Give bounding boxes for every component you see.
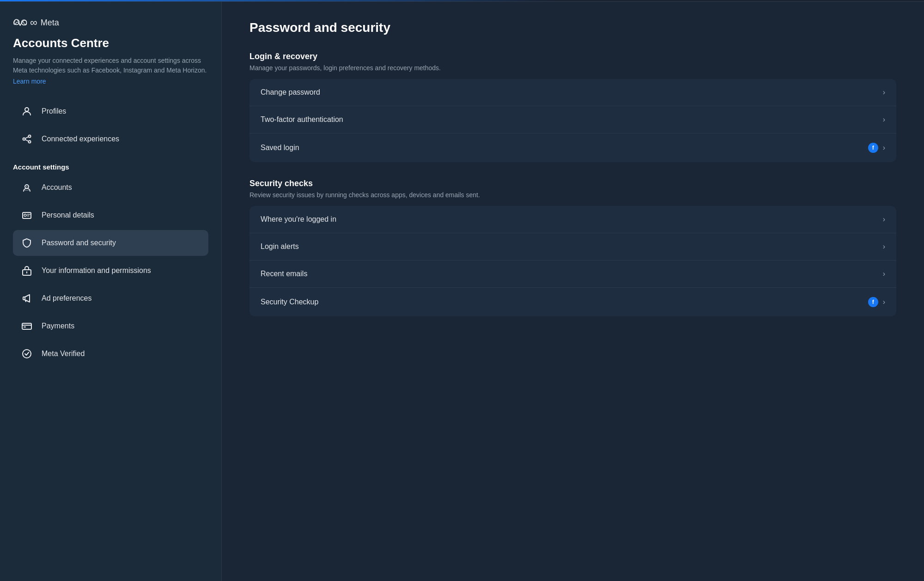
meta-label: Meta	[41, 18, 59, 28]
verified-icon	[20, 347, 33, 360]
svg-point-12	[24, 214, 26, 217]
main-content: Password and security Login & recovery M…	[222, 2, 924, 581]
account-settings-label: Account settings	[13, 163, 208, 171]
svg-rect-9	[24, 190, 30, 191]
sidebar-nav-settings: Accounts Personal details	[13, 175, 208, 367]
info-lock-icon	[20, 264, 33, 277]
svg-rect-18	[23, 297, 25, 300]
change-password-label: Change password	[261, 88, 320, 97]
person-icon	[20, 105, 33, 118]
chevron-right-icon: ›	[883, 215, 885, 224]
svg-point-17	[26, 272, 27, 272]
chevron-right-icon: ›	[883, 144, 885, 152]
svg-line-6	[25, 137, 29, 139]
recent-emails-label: Recent emails	[261, 270, 307, 278]
meta-brand-icon: ∞	[13, 17, 37, 29]
saved-login-label: Saved login	[261, 144, 299, 152]
sidebar-title: Accounts Centre	[13, 36, 208, 50]
sidebar-item-payments[interactable]: Payments	[13, 313, 208, 339]
login-recovery-subtitle: Manage your passwords, login preferences…	[249, 64, 896, 72]
svg-point-4	[29, 135, 31, 138]
svg-rect-19	[22, 323, 31, 329]
security-checks-subtitle: Review security issues by running checks…	[249, 191, 896, 199]
meta-logo: ∞ Meta	[13, 17, 208, 29]
sidebar-item-password-security[interactable]: Password and security	[13, 230, 208, 256]
where-logged-in-label: Where you're logged in	[261, 215, 336, 224]
recent-emails-item[interactable]: Recent emails ›	[249, 260, 896, 288]
security-checkup-label: Security Checkup	[261, 298, 318, 306]
account-icon	[20, 181, 33, 194]
id-card-icon	[20, 209, 33, 222]
login-recovery-title: Login & recovery	[249, 52, 896, 61]
two-factor-label: Two-factor authentication	[261, 115, 343, 124]
sidebar-item-accounts-label: Accounts	[42, 183, 72, 192]
sidebar-item-profiles[interactable]: Profiles	[13, 98, 208, 124]
svg-point-3	[23, 138, 25, 140]
sidebar-item-ad-preferences[interactable]: Ad preferences	[13, 285, 208, 311]
sidebar-description: Manage your connected experiences and ac…	[13, 56, 208, 75]
page-title: Password and security	[249, 20, 896, 35]
login-alerts-label: Login alerts	[261, 242, 299, 251]
login-recovery-list: Change password › Two-factor authenticat…	[249, 79, 896, 162]
chevron-right-icon: ›	[883, 115, 885, 124]
svg-line-7	[25, 139, 29, 141]
card-icon	[20, 320, 33, 333]
chevron-right-icon: ›	[883, 298, 885, 306]
chevron-right-icon: ›	[883, 242, 885, 251]
sidebar-item-your-information-label: Your information and permissions	[42, 266, 151, 275]
svg-point-5	[29, 141, 31, 143]
security-checks-title: Security checks	[249, 179, 896, 188]
change-password-item[interactable]: Change password ›	[249, 79, 896, 106]
sidebar-item-meta-verified[interactable]: Meta Verified	[13, 341, 208, 367]
sidebar-item-personal-details[interactable]: Personal details	[13, 202, 208, 228]
sidebar-item-payments-label: Payments	[42, 322, 74, 330]
sidebar-item-connected-experiences-label: Connected experiences	[42, 135, 119, 143]
sidebar-item-password-security-label: Password and security	[42, 239, 116, 247]
sidebar: ∞ Meta Accounts Centre Manage your conne…	[0, 2, 222, 581]
sidebar-item-personal-details-label: Personal details	[42, 211, 94, 219]
svg-point-2	[25, 108, 29, 111]
chevron-right-icon: ›	[883, 88, 885, 97]
sidebar-item-profiles-label: Profiles	[42, 107, 66, 115]
login-recovery-section: Login & recovery Manage your passwords, …	[249, 52, 896, 72]
saved-login-item[interactable]: Saved login f ›	[249, 133, 896, 162]
two-factor-item[interactable]: Two-factor authentication ›	[249, 106, 896, 133]
facebook-icon: f	[868, 143, 878, 153]
chevron-right-icon: ›	[883, 270, 885, 278]
security-checks-list: Where you're logged in › Login alerts › …	[249, 206, 896, 316]
sidebar-item-your-information[interactable]: Your information and permissions	[13, 258, 208, 284]
sidebar-item-accounts[interactable]: Accounts	[13, 175, 208, 200]
facebook-icon: f	[868, 297, 878, 307]
sidebar-nav-top: Profiles Connected experiences	[13, 98, 208, 152]
sidebar-item-meta-verified-label: Meta Verified	[42, 350, 85, 358]
security-checks-section: Security checks Review security issues b…	[249, 179, 896, 199]
svg-point-22	[23, 350, 31, 358]
megaphone-icon	[20, 292, 33, 305]
svg-point-10	[26, 186, 27, 187]
where-logged-in-item[interactable]: Where you're logged in ›	[249, 206, 896, 233]
shield-icon	[20, 236, 33, 249]
svg-rect-21	[24, 327, 26, 327]
security-checkup-item[interactable]: Security Checkup f ›	[249, 288, 896, 316]
sidebar-item-connected-experiences[interactable]: Connected experiences	[13, 126, 208, 152]
sidebar-item-ad-preferences-label: Ad preferences	[42, 294, 92, 303]
login-alerts-item[interactable]: Login alerts ›	[249, 233, 896, 260]
learn-more-link[interactable]: Learn more	[13, 78, 46, 85]
connected-icon	[20, 133, 33, 145]
